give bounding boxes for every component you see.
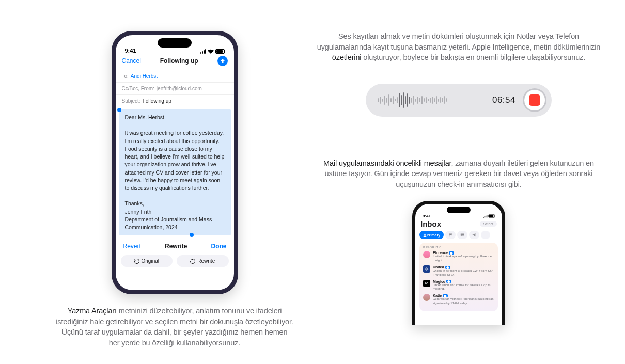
message-icon <box>460 233 464 237</box>
priority-message[interactable]: M Magico⬤ Order lunch and coffee for Nee… <box>423 280 494 292</box>
battery-icon <box>215 49 225 54</box>
done-button[interactable]: Done <box>211 243 226 250</box>
tab-promo[interactable] <box>469 231 479 239</box>
phone-mockup-writing-tools: 9:41 Cancel Following up To: Andi Herbst <box>112 31 238 294</box>
email-body-selected[interactable]: Dear Ms. Herbst, It was great meeting fo… <box>119 109 231 235</box>
priority-message[interactable]: Florence⬤ Invited to izakaya soft openin… <box>423 251 494 263</box>
arrow-up-icon <box>220 58 225 64</box>
rewrite-label: Rewrite <box>165 243 187 250</box>
dynamic-island <box>447 207 471 213</box>
original-pill[interactable]: Original <box>121 255 173 267</box>
priority-message[interactable]: ✈ United⬤ Check-in for flight to Newark … <box>423 265 494 277</box>
cancel-button[interactable]: Cancel <box>122 57 141 65</box>
selection-handle-start[interactable] <box>117 108 121 112</box>
united-logo-icon: ✈ <box>423 265 430 273</box>
phone-mockup-mail-inbox: 9:41 Inbox Select Primary ··· <box>412 201 505 325</box>
audio-summary-caption: Ses kayıtları almak ve metin dökümleri o… <box>314 31 603 63</box>
cc-field[interactable]: Cc/Bcc, From: jenfrith@icloud.com <box>116 83 234 95</box>
compose-title: Following up <box>160 57 198 65</box>
priority-badge-icon: ⬤ <box>445 266 450 269</box>
avatar <box>423 294 430 301</box>
select-button[interactable]: Select <box>480 221 497 227</box>
inbox-header: Inbox Select <box>415 219 502 228</box>
send-button[interactable] <box>217 56 228 66</box>
svg-point-0 <box>424 234 426 235</box>
tab-primary[interactable]: Primary <box>419 231 444 239</box>
writing-tools-toolbar: Revert Rewrite Done <box>116 238 234 252</box>
audio-recorder-pill: 06:54 <box>366 84 552 117</box>
stop-icon <box>529 94 540 106</box>
signal-icon <box>200 49 206 54</box>
priority-badge-icon: ⬤ <box>446 280 451 283</box>
inbox-tabs: Primary ··· <box>415 228 502 242</box>
tab-more[interactable]: ··· <box>481 231 490 239</box>
priority-badge-icon: ⬤ <box>449 251 454 255</box>
tab-news[interactable] <box>457 231 467 239</box>
waveform <box>378 92 485 108</box>
caption-highlight: özetlerini <box>332 53 362 61</box>
status-time: 9:41 <box>423 214 431 218</box>
phone-screen: 9:41 Cancel Following up To: Andi Herbst <box>116 35 234 290</box>
status-icons <box>483 215 495 218</box>
dynamic-island <box>158 38 192 48</box>
writing-tools-caption: Yazma Araçları metninizi düzeltebiliyor,… <box>56 306 293 348</box>
to-field[interactable]: To: Andi Herbst <box>116 70 234 83</box>
avatar <box>423 251 430 258</box>
priority-mail-caption: Mail uygulamasındaki öncelikli mesajlar,… <box>314 158 603 190</box>
cc-label: Cc/Bcc, From: <box>122 86 154 91</box>
selection-handle-end[interactable] <box>190 233 194 237</box>
status-time: 9:41 <box>125 48 136 54</box>
rewrite-pill[interactable]: Rewrite <box>177 255 229 267</box>
record-stop-button[interactable] <box>523 88 546 112</box>
priority-badge-icon: ⬤ <box>443 294 448 297</box>
priority-label: PRIORITY <box>423 246 494 249</box>
cc-value: jenfrith@icloud.com <box>157 86 202 91</box>
caption-highlight: Yazma Araçları <box>68 307 117 315</box>
email-body-text: Dear Ms. Herbst, It was great meeting fo… <box>125 114 226 230</box>
revert-button[interactable]: Revert <box>123 243 141 250</box>
wifi-icon <box>208 49 214 54</box>
phone-screen: 9:41 Inbox Select Primary ··· <box>415 204 502 325</box>
megaphone-icon <box>472 233 476 237</box>
to-value: Andi Herbst <box>131 73 158 79</box>
svg-point-1 <box>449 236 450 237</box>
priority-message[interactable]: Katie⬤ Contract for Michael Robinson's b… <box>423 294 494 306</box>
status-icons <box>200 49 225 54</box>
subject-label: Subject: <box>122 98 140 104</box>
rewrite-icon <box>190 259 195 264</box>
revert-icon <box>134 259 139 264</box>
person-icon <box>423 233 427 237</box>
priority-card: PRIORITY Florence⬤ Invited to izakaya so… <box>419 243 498 311</box>
compose-nav: Cancel Following up <box>116 55 234 70</box>
recording-timer: 06:54 <box>492 95 515 105</box>
inbox-title: Inbox <box>420 219 441 228</box>
magico-logo-icon: M <box>423 280 430 287</box>
svg-point-2 <box>451 236 452 237</box>
writing-tools-pills: Original Rewrite <box>116 252 234 272</box>
to-label: To: <box>122 73 129 79</box>
tab-cart[interactable] <box>445 231 456 239</box>
subject-field[interactable]: Subject: Following up <box>116 95 234 107</box>
cart-icon <box>448 233 452 237</box>
subject-value: Following up <box>143 98 171 104</box>
caption-highlight: Mail uygulamasındaki öncelikli mesajlar <box>323 159 451 167</box>
